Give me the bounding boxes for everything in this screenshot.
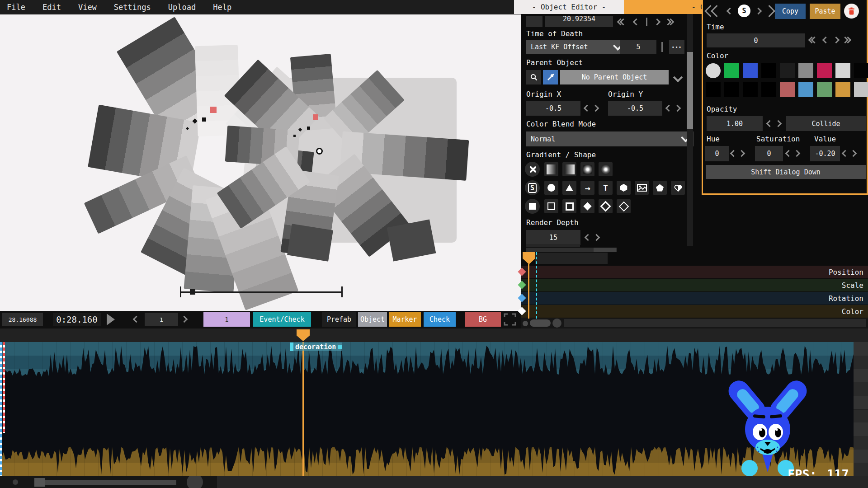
menu-settings[interactable]: Settings: [114, 3, 151, 12]
kf-view-region[interactable]: [535, 253, 608, 264]
menu-upload[interactable]: Upload: [168, 3, 196, 12]
saturation-increase-icon[interactable]: [793, 150, 801, 157]
time-of-death-value-field[interactable]: 5: [620, 40, 656, 54]
color-swatch[interactable]: [817, 82, 832, 97]
shape-text-button[interactable]: T: [599, 181, 613, 195]
color-swatch-selected[interactable]: [706, 63, 721, 78]
parent-picker-button[interactable]: [543, 70, 558, 84]
zoom-slider-thumb[interactable]: [34, 478, 45, 487]
kf-first-icon[interactable]: [620, 19, 626, 24]
color-swatch[interactable]: [761, 63, 776, 78]
time-display-field[interactable]: 0:28.160: [53, 313, 101, 326]
copy-button[interactable]: Copy: [775, 4, 806, 19]
canvas-red-square[interactable]: [210, 107, 217, 113]
shape-current-button[interactable]: S: [525, 180, 540, 195]
color-swatch[interactable]: [854, 63, 868, 78]
color-swatch[interactable]: [817, 63, 832, 78]
song-timeline[interactable]: decoration: [0, 342, 868, 476]
menu-edit[interactable]: Edit: [42, 3, 61, 12]
gradient-radial-out-button[interactable]: [599, 162, 613, 176]
object-editor-header[interactable]: - Object Editor -: [514, 0, 624, 14]
color-swatch[interactable]: [780, 82, 795, 97]
time-of-death-dropdown[interactable]: Last KF Offset: [526, 40, 626, 54]
kf-timeline-scrollbar[interactable]: [526, 248, 617, 252]
collide-button[interactable]: Collide: [786, 116, 866, 131]
time-increase-icon[interactable]: [833, 37, 840, 44]
color-swatch[interactable]: [798, 82, 813, 97]
track-color[interactable]: Color: [521, 305, 868, 318]
color-swatch[interactable]: [798, 63, 813, 78]
color-swatch[interactable]: [761, 82, 776, 97]
check-button[interactable]: Check: [424, 312, 456, 327]
opacity-field[interactable]: 1.00: [707, 116, 763, 131]
opacity-increase-icon[interactable]: [775, 120, 782, 127]
track-zoom-out-icon[interactable]: [523, 321, 528, 326]
hue-increase-icon[interactable]: [738, 150, 745, 157]
blend-mode-dropdown[interactable]: Normal: [526, 131, 693, 146]
value-field[interactable]: -0.20: [810, 146, 840, 161]
hue-decrease-icon[interactable]: [730, 150, 737, 157]
preview-canvas[interactable]: [0, 14, 521, 311]
track-zoom-thumb[interactable]: [530, 319, 551, 327]
parent-object-field[interactable]: No Parent Object: [560, 70, 669, 84]
render-depth-field[interactable]: 15: [526, 230, 580, 245]
origin-x-decrease-icon[interactable]: [584, 105, 591, 112]
track-scale[interactable]: Scale: [521, 279, 868, 291]
value-decrease-icon[interactable]: [842, 150, 849, 157]
gradient-none-button[interactable]: [525, 162, 540, 177]
zoom-slider-track[interactable]: [45, 480, 176, 485]
time-seconds-field[interactable]: 28.16088: [2, 313, 43, 326]
shape-option-diamond-button[interactable]: [580, 199, 594, 213]
color-swatch[interactable]: [835, 82, 850, 97]
shape-option-diamond-outline-button[interactable]: [599, 199, 613, 213]
play-icon[interactable]: [107, 314, 115, 325]
layer-next-icon[interactable]: [181, 316, 188, 323]
time-big-increase-icon[interactable]: [845, 38, 850, 42]
layer-1-button[interactable]: 1: [203, 312, 250, 327]
shape-option-square-outline-thin-button[interactable]: [544, 199, 558, 213]
kf-prev-icon[interactable]: [633, 18, 640, 25]
track-position[interactable]: Position: [521, 266, 868, 278]
color-swatch[interactable]: [743, 82, 758, 97]
origin-y-increase-icon[interactable]: [674, 105, 681, 112]
kf-time-field[interactable]: 20.92354: [545, 16, 613, 27]
first-keyframe-icon[interactable]: [708, 7, 721, 15]
canvas-origin-circle[interactable]: [316, 148, 323, 155]
song-playhead-strip[interactable]: [0, 328, 868, 342]
event-check-layer-button[interactable]: Event/Check: [253, 312, 311, 327]
song-playhead-marker[interactable]: [297, 329, 310, 341]
shape-arrow-button[interactable]: →: [580, 181, 594, 195]
track-scrollbar[interactable]: [564, 319, 866, 327]
render-depth-decrease-icon[interactable]: [585, 234, 592, 241]
fullscreen-icon[interactable]: [504, 313, 516, 326]
marker-button[interactable]: Marker: [389, 312, 421, 327]
canvas-scrub-line[interactable]: [180, 286, 343, 297]
origin-y-field[interactable]: -0.5: [608, 101, 662, 116]
shape-image-button[interactable]: [635, 181, 649, 195]
menu-file[interactable]: File: [7, 3, 25, 12]
shape-triangle-button[interactable]: [562, 181, 576, 195]
parent-search-button[interactable]: [526, 70, 541, 84]
color-swatch[interactable]: [724, 63, 739, 78]
zoom-in-icon[interactable]: [187, 476, 203, 488]
time-field[interactable]: 0: [707, 33, 805, 47]
menu-view[interactable]: View: [78, 3, 97, 12]
shape-misc-button[interactable]: [671, 181, 685, 195]
track-rotation[interactable]: Rotation: [521, 292, 868, 305]
origin-y-decrease-icon[interactable]: [665, 105, 673, 112]
object-editor-scrollbar[interactable]: [687, 14, 693, 246]
bg-button[interactable]: BG: [465, 312, 501, 327]
paste-button[interactable]: Paste: [810, 4, 840, 19]
keyframe-select-button[interactable]: S: [738, 5, 750, 17]
prev-keyframe-icon[interactable]: [726, 7, 734, 14]
gradient-linear-button[interactable]: [544, 162, 558, 176]
shape-option-diamond-outline-thin-button[interactable]: [617, 199, 631, 213]
object-button[interactable]: Object: [358, 312, 387, 327]
kf-last-icon[interactable]: [668, 19, 673, 24]
origin-x-increase-icon[interactable]: [592, 105, 599, 112]
color-swatch[interactable]: [724, 82, 739, 97]
scrub-line-handle[interactable]: [190, 289, 195, 295]
shape-option-current-button[interactable]: [525, 199, 540, 214]
color-swatch[interactable]: [835, 63, 850, 78]
shape-circle-button[interactable]: [544, 181, 558, 195]
